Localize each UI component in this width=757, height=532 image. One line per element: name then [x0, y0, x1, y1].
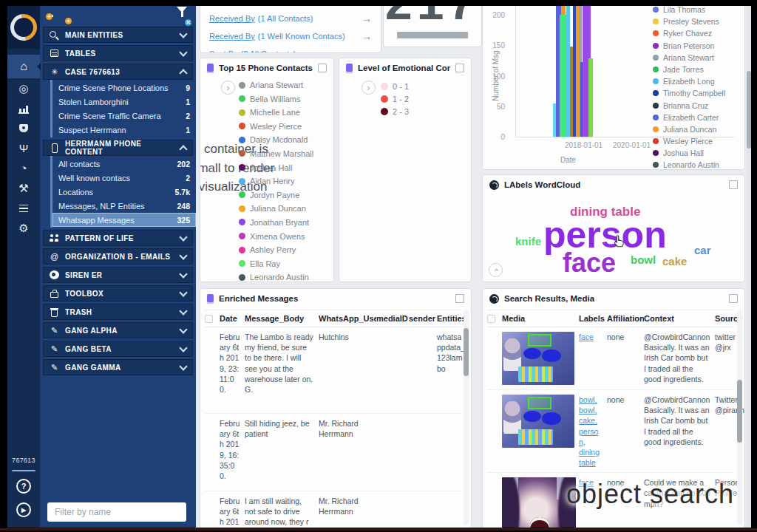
sidebar-item-stolen-lamborghini[interactable]: Stolen Lamborghini1 — [52, 95, 196, 109]
wordcloud-word-cake[interactable]: cake — [662, 255, 687, 267]
legend-item[interactable]: Juliana Duncan — [653, 125, 725, 134]
legend-cycle-button[interactable]: › — [361, 81, 376, 95]
sidebar-item-crime-scene-phone-locations[interactable]: Crime Scene Phone Locations9 — [52, 81, 196, 95]
message-row[interactable]: February 6th 2019, 16:2I am still waitin… — [205, 491, 461, 528]
legend-item[interactable]: Juliana Duncan — [239, 204, 313, 213]
sidebar-section-gang-gamma[interactable]: ✎GANG GAMMA — [43, 359, 193, 375]
clear-filter-button[interactable]: ✕ — [177, 13, 187, 21]
media-scrollbar[interactable] — [737, 310, 742, 525]
legend-item[interactable]: Aidan Henry — [239, 177, 313, 185]
wordcloud-word-knife[interactable]: knife — [515, 235, 541, 248]
media-thumbnail[interactable] — [502, 477, 576, 528]
label-link[interactable]: bowl, — [579, 395, 602, 405]
rail-tools-button[interactable]: ⚒ — [7, 178, 40, 198]
rail-home-button[interactable]: ⌂ — [7, 55, 40, 78]
sidebar-item-whatsapp-messages[interactable]: Whatsapp Messages325 — [52, 213, 196, 227]
collapse-up-button[interactable]: › — [489, 263, 503, 277]
expand-icon[interactable] — [729, 294, 738, 303]
sidebar-section-gang-beta[interactable]: ✎GANG BETA — [43, 341, 193, 357]
messages-scrollbar[interactable] — [464, 310, 469, 525]
relation-link[interactable]: Received By — [209, 32, 255, 41]
legend-item[interactable]: Joshua Hall — [653, 149, 725, 157]
legend-item[interactable]: Ryker Chavez — [653, 29, 725, 38]
rail-shield-button[interactable] — [7, 118, 40, 138]
media-thumbnail[interactable] — [502, 332, 574, 385]
sidebar-section-trash[interactable]: TRASH — [43, 304, 193, 320]
legend-item[interactable]: Ashley Perry — [239, 245, 313, 254]
rail-compass-button[interactable]: ◎ — [7, 78, 40, 98]
add-dashboard-button[interactable]: + — [61, 13, 68, 21]
legend-item[interactable]: 1 - 2 — [381, 95, 409, 103]
sidebar-section-toolbox[interactable]: TOOLBOX — [43, 285, 193, 301]
expand-icon[interactable] — [729, 180, 738, 189]
sidebar-section-case-7676613[interactable]: ✳CASE 7676613 — [43, 64, 193, 80]
expand-icon[interactable] — [318, 64, 327, 72]
wordcloud-word-car[interactable]: car — [694, 244, 711, 256]
sidebar-section-tables[interactable]: TABLES — [43, 45, 193, 61]
label-link[interactable]: face — [579, 332, 602, 342]
legend-item[interactable]: Michelle Lane — [239, 108, 313, 117]
sidebar-item-well-known-contacs[interactable]: Well known contacs2 — [52, 171, 196, 185]
filter-by-name-input[interactable] — [47, 502, 186, 522]
media-row[interactable]: facenone@CrowbirdCannon Basically. It wa… — [487, 327, 734, 390]
legend-item[interactable]: Wesley Pierce — [653, 137, 725, 146]
expand-icon[interactable] — [455, 294, 464, 303]
legend-item[interactable]: Elizabeth Long — [653, 77, 725, 86]
sidebar-section-main-entities[interactable]: MAIN ENTITIES — [43, 27, 193, 43]
window-scrollbar[interactable] — [747, 6, 751, 528]
sidebar-item-suspect-herrmann[interactable]: Suspect Herrmann1 — [52, 123, 196, 137]
message-row[interactable]: February 6th 2019, 23:11:00.The Lambo is… — [205, 327, 461, 414]
legend-item[interactable]: Bella Williams — [239, 95, 313, 103]
rail-chart-button[interactable] — [7, 98, 40, 118]
legend-item[interactable]: Elizabeth Carter — [653, 113, 725, 122]
chart-bar[interactable] — [588, 58, 593, 137]
sidebar-item-crime-scene-traffic-camera[interactable]: Crime Scene Traffic Camera2 — [52, 109, 196, 123]
legend-item[interactable]: Jonathan Bryant — [239, 218, 313, 227]
legend-item[interactable]: Wesley Pierce — [239, 122, 313, 131]
legend-item[interactable]: Lila Thomas — [653, 6, 725, 14]
legend-item[interactable]: Joshua Hall — [239, 163, 313, 172]
sidebar-item-messages-nlp-entities[interactable]: Messages, NLP Entities248 — [52, 199, 196, 213]
chart-bar[interactable] — [560, 15, 566, 137]
legend-item[interactable]: Ariana Stewart — [653, 53, 725, 62]
label-link[interactable]: cake, — [579, 415, 602, 426]
sidebar-section-herrmanm-phone-content[interactable]: HERRMANM PHONE CONTENT — [43, 140, 193, 156]
select-all-checkbox[interactable] — [205, 315, 213, 323]
legend-item[interactable]: Brianna Cruz — [653, 101, 725, 110]
legend-item[interactable]: Timothy Campbell — [653, 89, 725, 98]
sidebar-section-pattern-of-life[interactable]: PATTERN OF LIFE — [43, 230, 193, 246]
label-link[interactable]: person, — [579, 426, 602, 447]
media-row[interactable]: bowl,bowl,cake,person,dining tablenone@C… — [487, 390, 734, 473]
rail-tune-button[interactable] — [7, 198, 40, 218]
legend-cycle-button[interactable]: › — [221, 81, 235, 95]
rail-history-button[interactable]: ◔ — [7, 158, 40, 178]
legend-item[interactable]: Presley Stevens — [653, 17, 725, 26]
rail-plug-button[interactable]: Ψ — [7, 138, 40, 158]
sidebar-item-locations[interactable]: Locations5.7k — [52, 185, 196, 199]
legend-item[interactable]: Jordyn Payne — [239, 191, 313, 200]
legend-item[interactable]: Daisy Mcdonald — [239, 135, 313, 144]
message-row[interactable]: February 6th 2019, 16:35:00.Still hiding… — [205, 414, 461, 491]
legend-item[interactable]: Jade Torres — [653, 65, 725, 74]
wordcloud-word-bowl[interactable]: bowl — [631, 253, 656, 266]
legend-item[interactable]: Ella Ray — [239, 259, 313, 268]
arrow-right-icon[interactable]: → — [361, 30, 372, 42]
wordcloud-word-face[interactable]: face — [563, 248, 616, 279]
legend-item[interactable]: 2 - 3 — [381, 107, 409, 116]
sidebar-item-all-contacts[interactable]: All contacts202 — [52, 157, 196, 171]
media-thumbnail[interactable] — [502, 395, 574, 448]
help-button[interactable]: ? — [16, 479, 31, 494]
legend-item[interactable]: Brian Peterson — [653, 41, 725, 50]
arrow-right-icon[interactable]: → — [361, 48, 372, 53]
collapse-arrow-icon[interactable] — [37, 63, 41, 70]
play-button[interactable]: ▶ — [16, 502, 31, 517]
legend-item[interactable]: Leonardo Austin — [653, 160, 725, 169]
legend-item[interactable]: Ariana Stewart — [239, 81, 313, 89]
label-link[interactable]: dining table — [579, 447, 602, 468]
rail-settings-button[interactable]: ⚙ — [7, 218, 40, 238]
sidebar-section-gang-alpha[interactable]: ✎GANG ALPHA — [43, 322, 193, 338]
select-all-checkbox[interactable] — [487, 315, 495, 323]
expand-icon[interactable] — [455, 64, 464, 72]
relation-link[interactable]: Sent By — [209, 50, 238, 53]
sidebar-section-organization-b-emails[interactable]: @ORGANIZATION B - EMAILS — [43, 248, 193, 265]
